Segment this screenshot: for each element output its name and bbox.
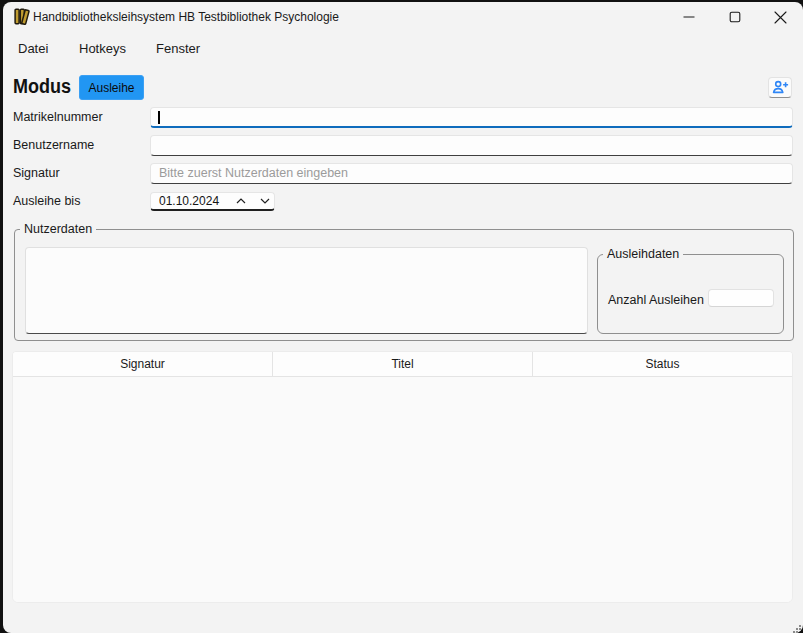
anzahl-ausleihen-label: Anzahl Ausleihen — [608, 293, 704, 307]
nutzerdaten-legend: Nutzerdaten — [20, 222, 96, 237]
table-header: Signatur Titel Status — [13, 352, 792, 377]
anzahl-ausleihen-input[interactable] — [708, 289, 774, 307]
date-value: 01.10.2024 — [159, 193, 219, 209]
chevron-down-icon — [260, 198, 270, 204]
menu-datei[interactable]: Datei — [18, 34, 48, 64]
column-header-status[interactable]: Status — [533, 352, 792, 376]
app-window: Handbibliotheksleihsystem HB Testbibliot… — [3, 2, 803, 633]
menu-hotkeys[interactable]: Hotkeys — [79, 34, 126, 64]
nutzerdaten-textarea[interactable] — [25, 247, 588, 334]
matrikelnummer-label: Matrikelnummer — [13, 110, 103, 124]
ausleihe-bis-datepicker[interactable]: 01.10.2024 — [150, 192, 275, 211]
benutzername-label: Benutzername — [13, 138, 94, 152]
ausleihe-bis-label: Ausleihe bis — [13, 194, 80, 208]
mode-label: Modus — [13, 75, 71, 98]
close-button[interactable] — [757, 2, 803, 32]
resize-grip-icon[interactable] — [793, 625, 801, 633]
mode-ausleihe-button[interactable]: Ausleihe — [79, 75, 144, 100]
chevron-up-icon — [236, 198, 246, 204]
minimize-icon — [683, 11, 695, 23]
table-body — [13, 377, 792, 602]
close-icon — [774, 11, 787, 24]
maximize-icon — [729, 11, 741, 23]
text-caret — [158, 111, 160, 124]
matrikelnummer-input[interactable] — [150, 107, 793, 128]
benutzername-input[interactable] — [150, 135, 793, 156]
date-increment-button[interactable] — [231, 193, 251, 209]
signatur-label: Signatur — [13, 166, 60, 180]
ausleihdaten-groupbox: Ausleihdaten Anzahl Ausleihen — [597, 254, 784, 334]
column-header-signatur[interactable]: Signatur — [13, 352, 273, 376]
date-decrement-button[interactable] — [255, 193, 275, 209]
column-header-titel[interactable]: Titel — [273, 352, 533, 376]
menubar: Datei Hotkeys Fenster — [3, 34, 803, 64]
window-title: Handbibliotheksleihsystem HB Testbibliot… — [33, 2, 339, 32]
menu-fenster[interactable]: Fenster — [156, 34, 200, 64]
titlebar: Handbibliotheksleihsystem HB Testbibliot… — [3, 2, 803, 32]
app-icon — [14, 8, 31, 25]
minimize-button[interactable] — [666, 2, 712, 32]
add-user-icon — [772, 80, 789, 95]
results-table: Signatur Titel Status — [12, 351, 793, 603]
maximize-button[interactable] — [712, 2, 758, 32]
add-user-button[interactable] — [768, 77, 792, 98]
ausleihdaten-legend: Ausleihdaten — [603, 247, 683, 262]
nutzerdaten-groupbox: Nutzerdaten Ausleihdaten Anzahl Ausleihe… — [14, 229, 794, 341]
signatur-input[interactable]: Bitte zuerst Nutzerdaten eingeben — [150, 163, 793, 184]
